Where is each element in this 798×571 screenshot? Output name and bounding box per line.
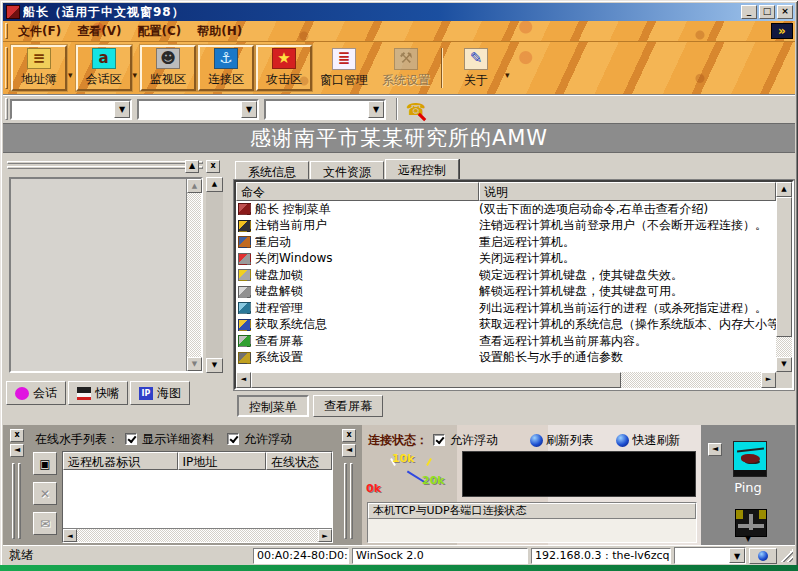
panel-collapse-button[interactable]: ◄	[10, 444, 24, 457]
minimize-button[interactable]: _	[741, 5, 757, 19]
menu-item-1[interactable]: 查看(V)	[69, 21, 129, 42]
menubar-grip[interactable]	[5, 23, 8, 39]
chevron-down-icon[interactable]: ▼	[114, 101, 130, 118]
scroll-right-icon[interactable]: ►	[318, 529, 332, 542]
panel-grip[interactable]	[12, 463, 15, 539]
left-panel-collapse-button[interactable]: ▲	[185, 160, 199, 173]
toolbar-button-2[interactable]: ☻监视区	[140, 45, 196, 91]
toolbar-grip[interactable]	[5, 47, 8, 89]
resize-grip[interactable]	[780, 549, 793, 562]
command-row[interactable]: 键盘加锁锁定远程计算机键盘，使其键盘失效。	[236, 267, 776, 284]
command-row[interactable]: 键盘解锁解锁远程计算机键盘，使其键盘可用。	[236, 284, 776, 301]
checkbox-1[interactable]	[227, 433, 239, 445]
panel-collapse-button[interactable]: ◄	[342, 444, 356, 457]
command-row[interactable]: 注销当前用户注销远程计算机当前登录用户（不会断开远程连接）。	[236, 218, 776, 235]
chevron-down-icon[interactable]: ▼	[729, 548, 745, 563]
float-checkbox[interactable]	[433, 434, 445, 446]
tab-0[interactable]: 系统信息	[235, 161, 309, 180]
command-list-hscrollbar[interactable]: ◄ ►	[236, 372, 776, 388]
menu-item-0[interactable]: 文件(F)	[10, 21, 69, 42]
command-row[interactable]: 关闭Windows关闭远程计算机。	[236, 251, 776, 268]
panel-grip[interactable]	[18, 463, 21, 539]
toolbox-collapse-button[interactable]: ◄	[708, 443, 722, 456]
command-row[interactable]: 重启动重启远程计算机。	[236, 234, 776, 251]
left-panel-gripper[interactable]	[7, 161, 203, 173]
left-panel-close-button[interactable]: x	[206, 160, 220, 173]
toolbar-button-0[interactable]: ≡地址簿	[11, 45, 67, 91]
toolbox-scroll-down-icon[interactable]: ▼	[701, 534, 795, 543]
sailor-table-hscrollbar[interactable]: ◄ ►	[63, 528, 332, 542]
tcp-list-header[interactable]: 本机TCP与UDP各端口连接状态	[368, 503, 696, 519]
left-tab-0[interactable]: 会话	[6, 381, 66, 405]
chevron-down-icon[interactable]: ▾	[133, 70, 138, 80]
toolbar-button-1[interactable]: a会话区	[76, 45, 132, 91]
command-button-0[interactable]: 控制菜单	[237, 395, 309, 417]
scroll-down-icon[interactable]: ▼	[187, 357, 202, 371]
hscroll-thumb[interactable]	[251, 372, 621, 388]
session-list-scrollbar[interactable]: ▲ ▼	[186, 179, 201, 371]
sailor-column-0[interactable]: 远程机器标识	[63, 452, 178, 470]
sailor-column-2[interactable]: 在线状态	[266, 452, 332, 470]
add-sailor-icon[interactable]: ▣	[33, 452, 57, 475]
scroll-down-icon[interactable]: ▼	[776, 357, 792, 372]
status-combo[interactable]: ▼	[674, 547, 746, 564]
address-combo-0[interactable]: ▼	[10, 99, 132, 120]
checkbox-label[interactable]: 显示详细资料	[142, 431, 214, 448]
command-row[interactable]: 查看屏幕查看远程计算机当前屏幕内容。	[236, 333, 776, 350]
session-listbox[interactable]: ▲ ▼	[9, 177, 203, 373]
toolbar-button-5[interactable]: ≣窗口管理	[314, 45, 374, 91]
scroll-up-icon[interactable]: ▲	[776, 182, 792, 197]
checkbox-label[interactable]: 允许浮动	[244, 431, 292, 448]
refresh-button-0[interactable]: 刷新列表	[530, 432, 594, 449]
address-combo-1[interactable]: ▼	[137, 99, 259, 120]
vscroll-thumb[interactable]	[776, 197, 792, 337]
tab-1[interactable]: 文件资源	[310, 161, 384, 180]
panel-close-button[interactable]: x	[342, 429, 356, 442]
menu-item-3[interactable]: 帮助(H)	[189, 21, 250, 42]
military-tool-icon[interactable]	[735, 509, 767, 537]
left-tab-2[interactable]: IP海图	[130, 381, 190, 405]
delete-sailor-icon[interactable]: ✕	[33, 482, 57, 505]
menu-item-2[interactable]: 配置(C)	[129, 21, 189, 42]
left-panel-scrollbar[interactable]: ▲ ▼	[206, 177, 223, 373]
maximize-button[interactable]: □	[759, 5, 775, 19]
chevron-down-icon[interactable]: ▾	[505, 70, 510, 80]
command-row[interactable]: 系统设置设置船长与水手的通信参数	[236, 350, 776, 367]
command-row[interactable]: 获取系统信息获取远程计算机的系统信息（操作系统版本、内存大小等）。	[236, 317, 776, 334]
toolbar-button-4[interactable]: ★攻击区	[256, 45, 312, 91]
scroll-left-icon[interactable]: ◄	[236, 372, 251, 388]
toolbar-button-6[interactable]: ⚒系统设置	[376, 45, 436, 91]
dial-phone-icon[interactable]: ☎	[403, 97, 429, 121]
column-header-description[interactable]: 说明	[479, 182, 776, 201]
title-bar[interactable]: 船长（适用于中文视窗98） _ □ ×	[3, 3, 795, 21]
sailor-column-1[interactable]: IP地址	[178, 452, 266, 470]
ping-label[interactable]: Ping	[701, 480, 795, 495]
tab-2[interactable]: 远程控制	[385, 159, 459, 180]
command-row[interactable]: 进程管理列出远程计算机当前运行的进程（或杀死指定进程）。	[236, 300, 776, 317]
scroll-left-icon[interactable]: ◄	[63, 529, 77, 542]
address-combo-2[interactable]: ▼	[264, 99, 386, 120]
close-button[interactable]: ×	[777, 5, 793, 19]
left-tab-1[interactable]: 快嘴	[68, 381, 128, 405]
scroll-up-icon[interactable]: ▲	[206, 177, 223, 192]
command-list-vscrollbar[interactable]: ▲ ▼	[776, 182, 792, 372]
helicopter-icon[interactable]	[733, 441, 767, 477]
scroll-down-icon[interactable]: ▼	[206, 358, 223, 373]
command-button-1[interactable]: 查看屏幕	[313, 395, 383, 417]
refresh-button-1[interactable]: 快速刷新	[616, 432, 680, 449]
checkbox-0[interactable]	[125, 433, 137, 445]
mail-sailor-icon[interactable]: ✉	[33, 512, 57, 535]
toolbar-overflow-button[interactable]: »	[771, 23, 793, 39]
chevron-down-icon[interactable]: ▼	[241, 101, 257, 118]
comborow-grip[interactable]	[5, 98, 8, 120]
panel-close-button[interactable]: x	[10, 429, 24, 442]
chevron-down-icon[interactable]: ▾	[68, 70, 73, 80]
status-sphere-button[interactable]	[749, 548, 777, 564]
command-row[interactable]: 船长 控制菜单(双击下面的选项启动命令,右单击查看介绍)	[236, 201, 776, 218]
scroll-right-icon[interactable]: ►	[761, 372, 776, 388]
tcp-port-list[interactable]: 本机TCP与UDP各端口连接状态	[367, 502, 697, 543]
float-checkbox-label[interactable]: 允许浮动	[450, 432, 498, 449]
toolbar-button-7[interactable]: ✎关于	[448, 45, 504, 91]
toolbar-button-3[interactable]: ⚓连接区	[198, 45, 254, 91]
panel-grip[interactable]	[350, 463, 353, 539]
